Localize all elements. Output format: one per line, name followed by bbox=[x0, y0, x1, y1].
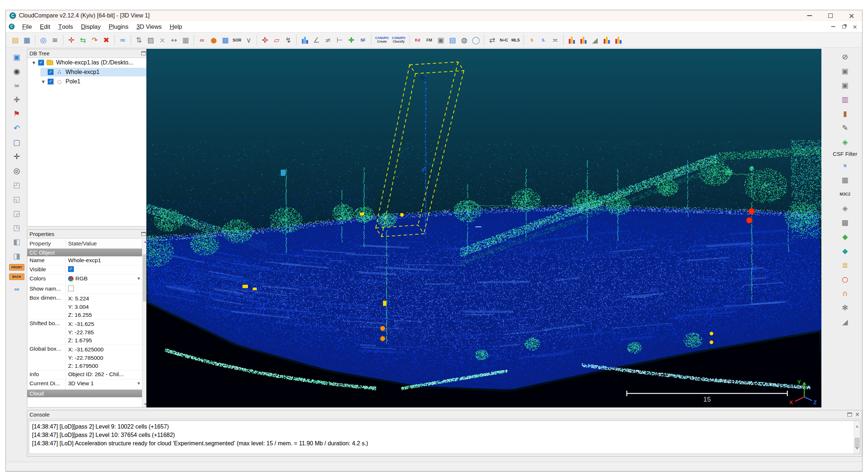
color-scale-4-icon[interactable] bbox=[613, 35, 624, 46]
rake-icon[interactable]: ▥ bbox=[839, 94, 851, 105]
pivot-icon[interactable]: ⚑ bbox=[10, 108, 23, 120]
visibility-checkbox[interactable] bbox=[38, 60, 44, 66]
screen-render-icon[interactable]: ▤ bbox=[447, 35, 458, 46]
curve-icon[interactable]: ∩ bbox=[839, 288, 851, 299]
canupo-create-icon[interactable]: CANUPOCreate bbox=[374, 36, 390, 43]
window-maximize-button[interactable] bbox=[820, 10, 841, 21]
layers-icon[interactable]: ≣ bbox=[839, 259, 851, 271]
expander-icon[interactable]: ▼ bbox=[42, 80, 48, 84]
section-icon[interactable]: ○ bbox=[839, 273, 851, 285]
hpr-icon[interactable]: ⊘ bbox=[839, 51, 851, 63]
value-checkbox[interactable] bbox=[68, 266, 74, 272]
csf-filter-icon[interactable]: ◈ bbox=[839, 136, 851, 148]
stereo-icon[interactable]: oo bbox=[10, 283, 23, 295]
close-holes-icon[interactable]: × bbox=[157, 35, 168, 46]
slope-icon[interactable]: ✎ bbox=[839, 122, 851, 134]
camera-icon[interactable]: ◉ bbox=[10, 65, 23, 78]
noise-filter-icon[interactable]: ∨ bbox=[243, 35, 254, 46]
ramp-icon[interactable]: ◢ bbox=[839, 316, 851, 328]
scroll-down-icon[interactable]: ▼ bbox=[854, 444, 860, 453]
c2c-distance-icon[interactable]: cc bbox=[197, 35, 208, 46]
dither-icon[interactable]: ▩ bbox=[839, 217, 851, 228]
swap-icon[interactable]: ⇄ bbox=[487, 35, 498, 46]
menu-3d-views[interactable]: 3D Views bbox=[133, 21, 166, 32]
view-left-icon[interactable]: ◲ bbox=[10, 207, 23, 220]
chunk-icon[interactable]: ▩ bbox=[220, 35, 231, 46]
expander-icon[interactable]: ▼ bbox=[32, 61, 38, 65]
console-scrollbar[interactable]: ▲ ▼ bbox=[854, 421, 860, 454]
sf-filter-icon[interactable]: ≠ bbox=[323, 35, 334, 46]
canupo-classify-icon[interactable]: CANUPOClassify bbox=[390, 36, 407, 43]
export-icon[interactable]: ↷ bbox=[89, 35, 100, 46]
color-scale-3-icon[interactable] bbox=[601, 35, 612, 46]
window-close-button[interactable]: × bbox=[841, 10, 862, 21]
menu-edit[interactable]: Edit bbox=[36, 21, 54, 32]
clipping-box-icon[interactable]: ▢ bbox=[10, 136, 23, 149]
delete-icon[interactable]: ✖ bbox=[101, 35, 112, 46]
segment-icon[interactable]: ↯ bbox=[283, 35, 294, 46]
align-icon[interactable]: ≍ bbox=[550, 35, 561, 46]
menu-file[interactable]: File bbox=[18, 21, 36, 32]
visibility-checkbox[interactable] bbox=[48, 69, 54, 75]
value-checkbox[interactable] bbox=[68, 285, 74, 291]
sor-filter-icon[interactable]: SOR bbox=[232, 35, 242, 46]
float-panel-icon[interactable] bbox=[847, 413, 852, 417]
sf-ruler-icon[interactable]: ⊢ bbox=[334, 35, 345, 46]
facets-icon[interactable]: FM bbox=[424, 35, 435, 46]
zoom-fit-icon[interactable]: ◎ bbox=[38, 35, 49, 46]
broom-icon[interactable]: ▮ bbox=[839, 108, 851, 119]
fit-plane-icon[interactable]: ▱ bbox=[271, 35, 282, 46]
features-icon[interactable]: ◆ bbox=[839, 245, 851, 257]
scroll-up-icon[interactable]: ▲ bbox=[854, 422, 860, 430]
poisson-icon[interactable]: ◆ bbox=[839, 231, 851, 243]
plugin-s2-icon[interactable]: S. bbox=[538, 35, 549, 46]
histogram-icon[interactable] bbox=[299, 35, 310, 46]
menu-tools[interactable]: Tools bbox=[54, 21, 77, 32]
sf-gradient-icon[interactable]: ∠ bbox=[311, 35, 322, 46]
ramp-small-icon[interactable]: ◢ bbox=[589, 35, 600, 46]
mls-icon[interactable]: MLS bbox=[510, 35, 521, 46]
apply-transform-icon[interactable]: ✛ bbox=[66, 35, 77, 46]
view-iso2-icon[interactable]: ◨ bbox=[10, 250, 23, 262]
view-back-icon[interactable]: BACK bbox=[9, 273, 24, 280]
plugin-s-icon[interactable]: S bbox=[526, 35, 537, 46]
add-point-icon[interactable]: ✚ bbox=[10, 94, 23, 106]
snapshot-icon[interactable]: ▣ bbox=[435, 35, 446, 46]
globe-light-icon[interactable]: ◯ bbox=[470, 35, 481, 46]
sample-points-icon[interactable]: ⇅ bbox=[134, 35, 145, 46]
zoom-icon[interactable]: ◎ bbox=[10, 165, 23, 177]
gear-icon[interactable]: ✻ bbox=[839, 302, 851, 314]
value-combobox[interactable]: 3D View 1▼ bbox=[68, 380, 143, 387]
tree-item-pole1[interactable]: ▼○Pole1 bbox=[27, 77, 148, 86]
menu-plugins[interactable]: Plugins bbox=[105, 21, 133, 32]
open-icon[interactable]: ▤ bbox=[10, 35, 21, 46]
interpolate-icon[interactable]: ↔ bbox=[169, 35, 179, 46]
translate-rotate-icon[interactable]: ✜ bbox=[260, 35, 271, 46]
child-restore-button[interactable] bbox=[841, 24, 847, 29]
display-options-icon[interactable]: ≡ bbox=[50, 35, 60, 46]
smooth-icon[interactable]: ▨ bbox=[145, 35, 156, 46]
visibility-checkbox[interactable] bbox=[48, 79, 54, 84]
pan-icon[interactable]: ✛ bbox=[10, 150, 23, 163]
float-panel-icon[interactable] bbox=[141, 232, 146, 236]
3d-viewport[interactable]: 15 YXZ bbox=[146, 49, 821, 407]
close-panel-icon[interactable]: × bbox=[855, 412, 860, 417]
clone-icon[interactable]: ⇆ bbox=[78, 35, 88, 46]
normals-compute-icon[interactable]: N+C bbox=[498, 35, 509, 46]
rasterize-icon[interactable]: ▦ bbox=[180, 35, 191, 46]
value-combobox[interactable]: RGB▼ bbox=[68, 275, 143, 282]
point-picking-icon[interactable]: ≈ bbox=[117, 35, 128, 46]
menu-display[interactable]: Display bbox=[77, 21, 104, 32]
m3c2-icon[interactable]: M3C2 bbox=[839, 188, 851, 200]
sf-convert-icon[interactable]: SF bbox=[358, 35, 368, 46]
tree-item-whole-excp1[interactable]: ∴Whole-excp1 bbox=[27, 67, 148, 77]
c2m-distance-icon[interactable]: ● bbox=[208, 35, 219, 46]
globe-dark-icon[interactable]: ◍ bbox=[459, 35, 470, 46]
child-minimize-button[interactable] bbox=[830, 24, 836, 29]
rotate-view-icon[interactable]: ↶ bbox=[10, 122, 23, 134]
view-bottom-icon[interactable]: ◱ bbox=[10, 193, 23, 205]
child-close-button[interactable]: × bbox=[852, 24, 858, 29]
tree-item-whole-excp1[interactable]: ▼Whole-excp1.las (D:/Deskto... bbox=[27, 58, 148, 67]
frame-b-icon[interactable]: ▣ bbox=[839, 79, 851, 91]
render-screenshot-icon[interactable]: ▣ bbox=[10, 51, 23, 63]
